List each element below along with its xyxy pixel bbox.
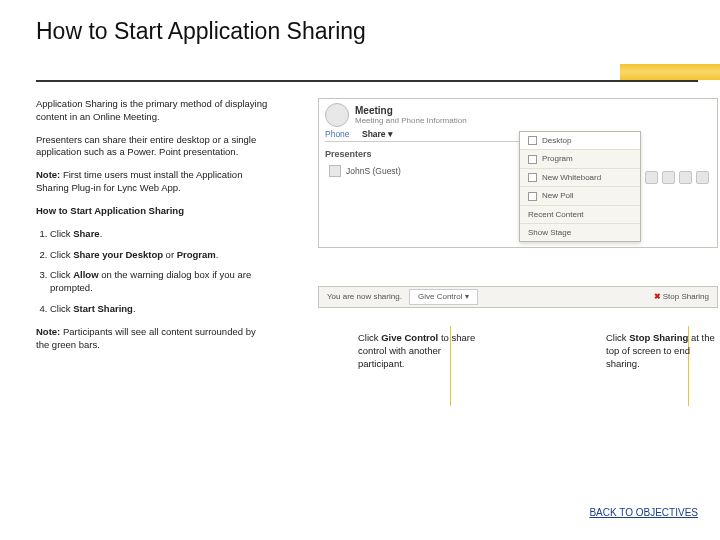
l: New Whiteboard bbox=[542, 173, 601, 182]
action-icon[interactable] bbox=[679, 171, 692, 184]
t: or bbox=[163, 249, 177, 260]
menu-desktop[interactable]: Desktop bbox=[520, 132, 640, 150]
l: New Poll bbox=[542, 191, 574, 200]
t: Click bbox=[606, 332, 629, 343]
action-icon[interactable] bbox=[696, 171, 709, 184]
program-icon bbox=[528, 155, 537, 164]
b: Give Control bbox=[381, 332, 438, 343]
content: Application Sharing is the primary metho… bbox=[36, 98, 698, 480]
desktop-icon bbox=[528, 136, 537, 145]
menu-poll[interactable]: New Poll bbox=[520, 187, 640, 205]
l: Program bbox=[542, 154, 573, 163]
accent-band bbox=[620, 64, 720, 80]
left-column: Application Sharing is the primary metho… bbox=[36, 98, 268, 361]
t: . bbox=[216, 249, 219, 260]
action-icons bbox=[645, 171, 709, 184]
t: Click bbox=[50, 228, 73, 239]
action-icon[interactable] bbox=[645, 171, 658, 184]
b: Share bbox=[73, 228, 99, 239]
t: . bbox=[100, 228, 103, 239]
whiteboard-icon bbox=[528, 173, 537, 182]
note-label: Note: bbox=[36, 169, 60, 180]
tabs: Phone Share ▾ bbox=[325, 129, 535, 142]
close-icon: ✖ bbox=[654, 292, 661, 301]
tab-share[interactable]: Share ▾ bbox=[362, 129, 393, 139]
right-column: Meeting Meeting and Phone Information Ph… bbox=[318, 98, 716, 308]
note-body: Participants will see all content surrou… bbox=[36, 326, 256, 350]
menu-stage[interactable]: Show Stage bbox=[520, 224, 640, 241]
stop-label: Stop Sharing bbox=[663, 292, 709, 301]
presenter-row: JohnS (Guest) bbox=[329, 165, 401, 177]
note-body: First time users must install the Applic… bbox=[36, 169, 242, 193]
l: Show Stage bbox=[528, 228, 571, 237]
callout-stop-sharing: Click Stop Sharing at the top of screen … bbox=[606, 332, 720, 370]
menu-whiteboard[interactable]: New Whiteboard bbox=[520, 169, 640, 187]
callout-give-control: Click Give Control to share control with… bbox=[358, 332, 488, 370]
lync-screenshot: Meeting Meeting and Phone Information Ph… bbox=[318, 98, 718, 248]
page-title: How to Start Application Sharing bbox=[0, 0, 720, 49]
action-icon[interactable] bbox=[662, 171, 675, 184]
stop-sharing-button[interactable]: ✖Stop Sharing bbox=[654, 287, 709, 307]
intro-p2: Presenters can share their entire deskto… bbox=[36, 134, 268, 160]
menu-program[interactable]: Program bbox=[520, 150, 640, 168]
share-menu: Desktop Program New Whiteboard New Poll … bbox=[519, 131, 641, 242]
back-to-objectives-link[interactable]: BACK TO OBJECTIVES bbox=[589, 507, 698, 518]
step-2: Click Share your Desktop or Program. bbox=[50, 249, 268, 262]
presenters-label: Presenters bbox=[325, 149, 372, 159]
t: Click bbox=[50, 303, 73, 314]
meeting-subtitle: Meeting and Phone Information bbox=[355, 116, 467, 125]
l: Desktop bbox=[542, 136, 571, 145]
b: Allow bbox=[73, 269, 98, 280]
note-2: Note: Participants will see all content … bbox=[36, 326, 268, 352]
b: Program bbox=[177, 249, 216, 260]
tab-phone[interactable]: Phone bbox=[325, 129, 350, 139]
how-heading: How to Start Application Sharing bbox=[36, 205, 268, 218]
t: Click bbox=[358, 332, 381, 343]
meeting-titles: Meeting Meeting and Phone Information bbox=[355, 105, 467, 125]
presence-icon bbox=[329, 165, 341, 177]
b: Stop Sharing bbox=[629, 332, 688, 343]
note-label: Note: bbox=[36, 326, 60, 337]
b: Share your Desktop bbox=[73, 249, 163, 260]
sharing-status: You are now sharing. bbox=[327, 287, 402, 307]
menu-recent[interactable]: Recent Content bbox=[520, 206, 640, 224]
sharing-bar: You are now sharing. Give Control ▾ ✖Sto… bbox=[318, 286, 718, 308]
meeting-icon bbox=[325, 103, 349, 127]
t: . bbox=[133, 303, 136, 314]
meeting-header: Meeting Meeting and Phone Information bbox=[325, 103, 467, 127]
t: Click bbox=[50, 269, 73, 280]
poll-icon bbox=[528, 192, 537, 201]
step-4: Click Start Sharing. bbox=[50, 303, 268, 316]
meeting-title: Meeting bbox=[355, 105, 467, 116]
intro-note: Note: First time users must install the … bbox=[36, 169, 268, 195]
step-1: Click Share. bbox=[50, 228, 268, 241]
give-control-button[interactable]: Give Control ▾ bbox=[409, 289, 478, 305]
step-3: Click Allow on the warning dialog box if… bbox=[50, 269, 268, 295]
slide: How to Start Application Sharing Applica… bbox=[0, 0, 720, 540]
heading-rule bbox=[36, 80, 698, 82]
presenter-name: JohnS (Guest) bbox=[346, 166, 401, 176]
intro-p1: Application Sharing is the primary metho… bbox=[36, 98, 268, 124]
l: Recent Content bbox=[528, 210, 584, 219]
steps-list: Click Share. Click Share your Desktop or… bbox=[36, 228, 268, 316]
how-heading-text: How to Start Application Sharing bbox=[36, 205, 184, 216]
b: Start Sharing bbox=[73, 303, 133, 314]
t: Click bbox=[50, 249, 73, 260]
